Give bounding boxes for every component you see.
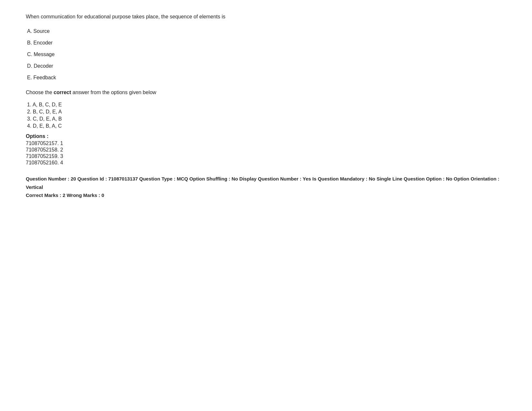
option-a: A. Source <box>26 28 506 34</box>
meta-line2: Correct Marks : 2 Wrong Marks : 0 <box>26 191 506 200</box>
option-id-4: 71087052160. 4 <box>26 160 506 166</box>
option-ids-list: 71087052157. 1 71087052158. 2 7108705215… <box>26 141 506 166</box>
answer-option-4: 4. D, E, B, A, C <box>26 123 506 129</box>
question-text: When communication for educational purpo… <box>26 13 506 21</box>
answer-option-1: 1. A, B, C, D, E <box>26 102 506 108</box>
choose-bold: correct <box>54 90 71 95</box>
option-id-3: 71087052159. 3 <box>26 153 506 159</box>
option-id-2: 71087052158. 2 <box>26 147 506 153</box>
answer-option-3: 3. C, D, E, A, B <box>26 116 506 122</box>
choose-prefix: Choose the <box>26 90 54 95</box>
question-container: When communication for educational purpo… <box>26 13 506 200</box>
option-id-1: 71087052157. 1 <box>26 141 506 146</box>
answer-options-list: 1. A, B, C, D, E 2. B, C, D, E, A 3. C, … <box>26 102 506 129</box>
options-label: Options : <box>26 133 506 139</box>
meta-info: Question Number : 20 Question Id : 71087… <box>26 175 506 200</box>
choose-suffix: answer from the options given below <box>71 90 156 95</box>
choose-instruction: Choose the correct answer from the optio… <box>26 90 506 95</box>
option-e: E. Feedback <box>26 75 506 81</box>
option-c: C. Message <box>26 52 506 57</box>
meta-line1: Question Number : 20 Question Id : 71087… <box>26 175 506 191</box>
answer-option-2: 2. B, C, D, E, A <box>26 109 506 115</box>
options-list: A. Source B. Encoder C. Message D. Decod… <box>26 28 506 81</box>
option-d: D. Decoder <box>26 63 506 69</box>
option-b: B. Encoder <box>26 40 506 46</box>
